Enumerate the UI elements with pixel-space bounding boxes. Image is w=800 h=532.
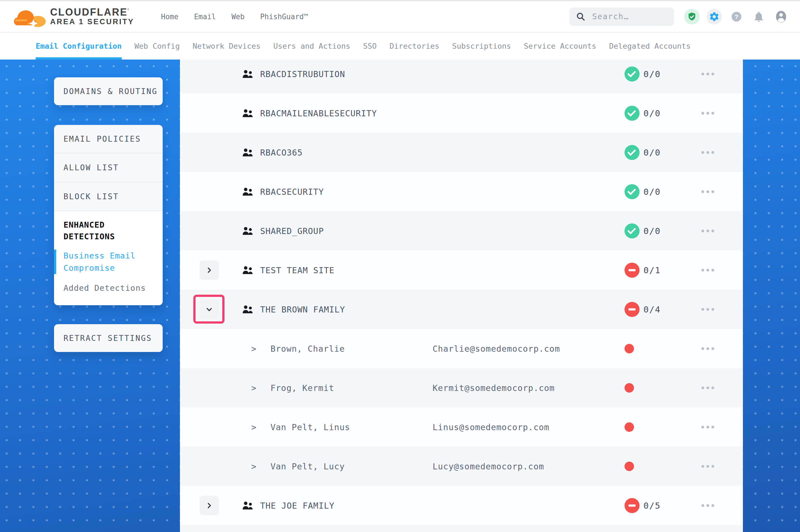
group-row: THE BROWN FAMILY 0/4 — [180, 290, 743, 329]
row-actions-button[interactable] — [698, 305, 717, 314]
search-input[interactable] — [592, 12, 668, 21]
row-actions-button[interactable] — [698, 70, 717, 78]
member-name: Van Pelt, Lucy — [271, 461, 345, 471]
nav-item[interactable]: Web — [232, 13, 244, 21]
group-people-icon — [242, 305, 254, 314]
groups-table: RBACDISTRUBUTION 0/0 RBACMAILENABLESECUR… — [180, 59, 743, 532]
nav-item[interactable]: Home — [161, 13, 179, 21]
group-name: THE JOE FAMILY — [260, 500, 334, 510]
tab-item[interactable]: Delegated Accounts — [609, 33, 691, 59]
expand-toggle-button[interactable] — [199, 261, 219, 280]
notifications-bell-icon[interactable] — [751, 9, 767, 24]
secondary-tabbar: Email ConfigurationWeb ConfigNetwork Dev… — [0, 33, 800, 59]
expand-toggle-button[interactable] — [199, 300, 219, 319]
sidebar-item-retract-settings[interactable]: RETRACT SETTINGS — [54, 324, 163, 352]
member-row: > Van Pelt, Lucy Lucy@somedemocorp.com — [180, 446, 743, 486]
sidebar-item-business-email-compromise[interactable]: Business Email Compromise — [54, 250, 154, 274]
member-email: Kermit@somedemocorp.com — [433, 383, 554, 393]
group-row: TEST TEAM SITE 0/1 — [180, 250, 743, 290]
row-actions-button[interactable] — [698, 344, 717, 353]
chevron-right-icon[interactable]: > — [251, 383, 256, 393]
member-email: Charlie@somedemocorp.com — [433, 344, 560, 354]
row-actions-button[interactable] — [698, 266, 717, 274]
help-icon[interactable]: ? — [729, 9, 744, 24]
chevron-icon — [205, 267, 213, 274]
status-badge — [624, 184, 639, 199]
sidebar-item-added-detections[interactable]: Added Detections — [54, 282, 154, 294]
status-dot — [624, 383, 634, 393]
row-actions-button[interactable] — [698, 423, 717, 431]
search-box[interactable] — [569, 7, 674, 26]
tab-item[interactable]: Subscriptions — [452, 33, 511, 59]
sidebar: DOMAINS & ROUTING EMAIL POLICIES ALLOW L… — [54, 77, 163, 352]
shield-check-icon[interactable] — [684, 9, 700, 24]
content-background: DOMAINS & ROUTING EMAIL POLICIES ALLOW L… — [0, 59, 800, 532]
tab-item[interactable]: Network Devices — [193, 33, 260, 59]
groups-table-rows: RBACDISTRUBUTION 0/0 RBACMAILENABLESECUR… — [180, 59, 743, 525]
chevron-right-icon[interactable]: > — [251, 422, 256, 432]
tab-item[interactable]: SSO — [363, 33, 377, 59]
group-people-icon — [242, 227, 254, 235]
status-dot — [624, 422, 634, 432]
row-actions-button[interactable] — [698, 384, 717, 392]
sidebar-item-domains-routing[interactable]: DOMAINS & ROUTING — [54, 77, 163, 105]
sidebar-item-block-list[interactable]: BLOCK LIST — [54, 182, 163, 211]
nav-item[interactable]: Email — [194, 13, 216, 21]
member-row: > Frog, Kermit Kermit@somedemocorp.com — [180, 368, 743, 407]
row-actions-button[interactable] — [698, 501, 717, 510]
status-badge — [624, 498, 639, 513]
group-name: RBACMAILENABLESECURITY — [260, 108, 377, 118]
member-count: 0/1 — [643, 265, 661, 275]
nav-item[interactable]: PhishGuard™ — [260, 13, 308, 21]
member-count: 0/4 — [643, 304, 661, 315]
brand-mark: ' — [128, 8, 129, 13]
group-name: RBACSECURITY — [260, 187, 324, 196]
group-name: TEST TEAM SITE — [260, 265, 334, 275]
row-actions-button[interactable] — [698, 227, 717, 235]
status-badge — [624, 66, 639, 81]
chevron-right-icon[interactable]: > — [251, 344, 256, 354]
status-badge — [624, 302, 639, 317]
status-badge — [624, 263, 639, 278]
group-people-icon — [242, 148, 254, 157]
primary-nav: HomeEmailWebPhishGuard™ — [161, 13, 308, 21]
group-row: RBACO365 0/0 — [180, 133, 743, 172]
tab-item[interactable]: Web Config — [134, 33, 180, 59]
group-name: SHARED_GROUP — [260, 226, 324, 236]
sidebar-item-allow-list[interactable]: ALLOW LIST — [54, 153, 163, 182]
group-row: RBACMAILENABLESECURITY 0/0 — [180, 94, 743, 133]
member-email: Lucy@somedemocorp.com — [433, 461, 544, 471]
group-people-icon — [242, 109, 254, 118]
sidebar-menu-card: EMAIL POLICIES ALLOW LIST BLOCK LIST ENH… — [54, 125, 163, 305]
tab-item[interactable]: Users and Actions — [273, 33, 350, 59]
tab-item[interactable]: Email Configuration — [36, 33, 122, 59]
member-row: > Brown, Charlie Charlie@somedemocorp.co… — [180, 329, 743, 368]
chevron-right-icon[interactable]: > — [251, 461, 256, 471]
status-badge — [624, 106, 639, 121]
row-actions-button[interactable] — [698, 148, 717, 157]
top-header: CLOUDFLARE' AREA 1 SECURITY HomeEmailWeb… — [0, 0, 800, 33]
account-avatar-icon[interactable] — [773, 9, 789, 24]
sidebar-item-enhanced-detections[interactable]: ENHANCED DETECTIONS — [54, 219, 154, 242]
header-icons: ? — [684, 9, 789, 24]
row-actions-button[interactable] — [698, 109, 717, 117]
tab-item[interactable]: Directories — [389, 33, 439, 59]
row-actions-button[interactable] — [698, 462, 717, 471]
group-people-icon — [242, 70, 254, 78]
group-name: RBACO365 — [260, 148, 303, 157]
member-name: Brown, Charlie — [271, 344, 345, 354]
search-icon — [576, 12, 585, 21]
row-actions-button[interactable] — [698, 188, 717, 196]
expand-toggle-button[interactable] — [199, 496, 219, 515]
member-count: 0/0 — [643, 108, 661, 118]
group-row: SHARED_GROUP 0/0 — [180, 211, 743, 250]
group-name: RBACDISTRUBUTION — [260, 69, 345, 79]
member-email: Linus@somedemocorp.com — [433, 422, 549, 432]
group-people-icon — [242, 187, 254, 196]
sidebar-item-email-policies[interactable]: EMAIL POLICIES — [54, 125, 163, 153]
group-people-icon — [242, 501, 254, 510]
settings-gear-icon[interactable] — [706, 9, 722, 24]
group-row: RBACDISTRUBUTION 0/0 — [180, 59, 743, 94]
tab-item[interactable]: Service Accounts — [524, 33, 596, 59]
member-count: 0/5 — [643, 500, 661, 511]
